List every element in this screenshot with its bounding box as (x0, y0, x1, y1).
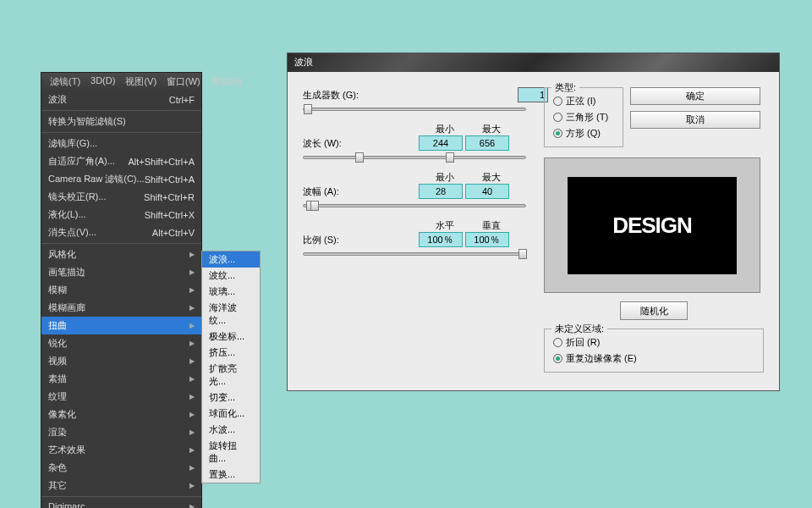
type-radio-1[interactable]: 三角形 (T) (553, 109, 614, 125)
menu-item-模糊[interactable]: 模糊▶ (41, 281, 201, 299)
menu-item[interactable]: 液化(L)...Shift+Ctrl+X (41, 206, 201, 224)
menu-shortcut: Shift+Ctrl+A (145, 174, 195, 185)
submenu-item[interactable]: 水波... (202, 422, 260, 438)
chevron-right-icon: ▶ (189, 428, 195, 436)
menu-digimarc[interactable]: Digimarc▶ (41, 499, 201, 508)
undefined-area-fieldset: 未定义区域: 折回 (R)重复边缘像素 (E) (544, 329, 764, 373)
menu-label: 渲染 (48, 426, 67, 439)
filter-menu: 滤镜(T) 3D(D) 视图(V) 窗口(W) 帮助(H) 波浪 Ctrl+F … (41, 72, 202, 508)
submenu-item[interactable]: 切变... (202, 389, 260, 406)
menubar-window[interactable]: 窗口(W) (162, 75, 206, 89)
scale-v-input[interactable]: 100% (465, 232, 509, 247)
menu-label: Camera Raw 滤镜(C)... (48, 173, 145, 185)
undef-legend: 未定义区域: (551, 323, 607, 335)
menu-item-杂色[interactable]: 杂色▶ (41, 459, 201, 477)
menu-item-风格化[interactable]: 风格化▶ (41, 246, 201, 263)
menu-separator (41, 110, 201, 111)
wavelength-min-input[interactable]: 244 (419, 135, 463, 151)
type-radio-2[interactable]: 方形 (Q) (553, 125, 614, 141)
slider-thumb-v[interactable] (518, 249, 527, 259)
menu-item[interactable]: 自适应广角(A)...Alt+Shift+Ctrl+A (41, 152, 201, 170)
chevron-right-icon: ▶ (189, 393, 195, 400)
dialog-title: 波浪 (294, 57, 313, 67)
amplitude-min-input[interactable]: 28 (419, 184, 463, 199)
menu-label: 艺术效果 (48, 444, 85, 456)
menu-item-扭曲[interactable]: 扭曲▶ (41, 317, 201, 334)
menu-separator (41, 243, 201, 244)
menu-item-模糊画廊[interactable]: 模糊画廊▶ (41, 299, 201, 317)
menu-shortcut: Alt+Shift+Ctrl+A (128, 157, 195, 167)
menu-label: 滤镜库(G)... (48, 137, 97, 150)
col-h-label: 水平 (421, 219, 468, 232)
scale-h-input[interactable]: 100% (419, 232, 463, 247)
menu-item-素描[interactable]: 素描▶ (41, 370, 201, 388)
menu-item[interactable]: 镜头校正(R)...Shift+Ctrl+R (41, 188, 201, 206)
menu-item[interactable]: Camera Raw 滤镜(C)...Shift+Ctrl+A (41, 170, 201, 188)
chevron-right-icon: ▶ (189, 446, 195, 454)
menu-item[interactable]: 消失点(V)...Alt+Ctrl+V (41, 224, 201, 241)
cancel-button[interactable]: 取消 (630, 111, 760, 129)
chevron-right-icon: ▶ (189, 357, 195, 365)
type-legend: 类型: (551, 81, 579, 94)
submenu-item[interactable]: 波浪... (202, 251, 260, 268)
menu-convert-smart[interactable]: 转换为智能滤镜(S) (41, 113, 201, 130)
menu-item-纹理[interactable]: 纹理▶ (41, 388, 201, 406)
radio-label: 重复边缘像素 (E) (566, 352, 637, 365)
slider-thumb[interactable] (304, 104, 312, 114)
amplitude-slider[interactable] (303, 204, 526, 207)
menu-recent-label: 波浪 (48, 93, 67, 106)
submenu-item[interactable]: 波纹... (202, 268, 260, 284)
menu-label: 扭曲 (48, 319, 67, 332)
submenu-item[interactable]: 球面化... (202, 406, 260, 422)
menu-recent-shortcut: Ctrl+F (169, 95, 195, 105)
menu-label: Digimarc (48, 501, 85, 508)
menu-label: 视频 (48, 355, 67, 367)
amplitude-max-input[interactable]: 40 (465, 184, 509, 199)
menu-label: 转换为智能滤镜(S) (48, 115, 126, 128)
menu-item[interactable]: 滤镜库(G)... (41, 135, 201, 152)
ok-button[interactable]: 确定 (630, 87, 760, 105)
submenu-item[interactable]: 玻璃... (202, 284, 260, 300)
slider-thumb-max[interactable] (310, 201, 319, 211)
menu-item-其它[interactable]: 其它▶ (41, 477, 201, 494)
pct: % (443, 235, 454, 245)
generators-slider[interactable] (303, 108, 526, 111)
slider-thumb-min[interactable] (355, 152, 364, 163)
menu-label: 液化(L)... (48, 208, 86, 221)
menubar-view[interactable]: 视图(V) (120, 75, 162, 89)
undef-radio-1[interactable]: 重复边缘像素 (E) (553, 351, 754, 367)
chevron-right-icon: ▶ (189, 322, 195, 329)
submenu-item[interactable]: 扩散亮光... (202, 361, 260, 389)
submenu-item[interactable]: 置换... (202, 467, 260, 483)
scale-slider[interactable] (303, 252, 526, 256)
preview-canvas: DESIGN (568, 177, 737, 274)
menu-label: 像素化 (48, 408, 76, 421)
submenu-item[interactable]: 海洋波纹... (202, 300, 260, 329)
wavelength-max-input[interactable]: 656 (465, 135, 509, 151)
submenu-item[interactable]: 挤压... (202, 345, 260, 361)
wavelength-slider[interactable] (303, 156, 526, 159)
slider-thumb-max[interactable] (446, 152, 454, 163)
menu-label: 自适应广角(A)... (48, 155, 115, 168)
menu-item-视频[interactable]: 视频▶ (41, 352, 201, 370)
randomize-button[interactable]: 随机化 (620, 301, 688, 320)
menu-item-像素化[interactable]: 像素化▶ (41, 406, 201, 423)
col-min-label: 最小 (421, 171, 468, 184)
menu-recent-filter[interactable]: 波浪 Ctrl+F (41, 91, 201, 108)
undef-radio-0[interactable]: 折回 (R) (553, 334, 754, 351)
radio-label: 三角形 (T) (566, 111, 608, 124)
dialog-titlebar[interactable]: 波浪 (288, 53, 779, 72)
type-radio-0[interactable]: 正弦 (I) (553, 93, 614, 109)
menubar-help[interactable]: 帮助(H) (206, 75, 247, 89)
menu-label: 素描 (48, 373, 67, 385)
amplitude-label: 波幅 (A): (303, 185, 379, 198)
menubar-3d[interactable]: 3D(D) (85, 75, 120, 89)
menu-item-艺术效果[interactable]: 艺术效果▶ (41, 441, 201, 459)
menu-item-画笔描边[interactable]: 画笔描边▶ (41, 263, 201, 281)
menu-item-渲染[interactable]: 渲染▶ (41, 423, 201, 441)
menubar-filter[interactable]: 滤镜(T) (45, 75, 85, 89)
menu-label: 杂色 (48, 461, 67, 474)
submenu-item[interactable]: 旋转扭曲... (202, 438, 260, 467)
menu-item-锐化[interactable]: 锐化▶ (41, 334, 201, 352)
submenu-item[interactable]: 极坐标... (202, 329, 260, 345)
